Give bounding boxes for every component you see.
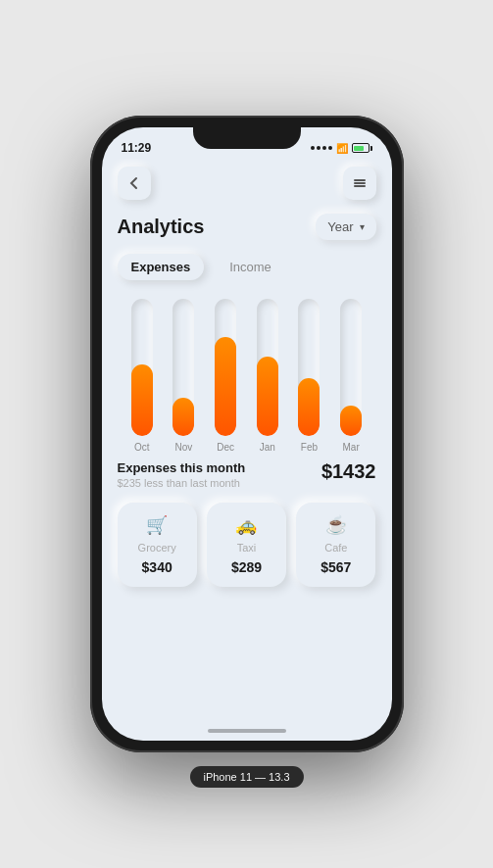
category-card-cafe[interactable]: ☕Cafe$567	[296, 503, 375, 587]
header-row: Analytics Year ▾	[118, 214, 376, 240]
status-icons: 📶	[311, 143, 372, 154]
category-cards: 🛒Grocery$340🚕Taxi$289☕Cafe$567	[118, 503, 376, 587]
phone-wrapper: 11:29 📶	[90, 116, 404, 752]
bar-label: Dec	[217, 442, 234, 453]
expenses-left: Expenses this month $235 less than last …	[118, 460, 246, 489]
bar-fill	[173, 398, 194, 436]
nav-row	[118, 167, 376, 200]
menu-button[interactable]	[343, 167, 376, 200]
tab-income[interactable]: Income	[216, 254, 285, 280]
bar-track	[257, 299, 278, 436]
bar-group-feb: Feb	[291, 299, 326, 453]
bar-track	[340, 299, 362, 436]
bar-label: Nov	[175, 442, 193, 453]
tabs-row: Expenses Income	[118, 254, 376, 280]
expenses-summary: Expenses this month $235 less than last …	[118, 460, 376, 489]
card-amount: $567	[320, 559, 351, 575]
category-card-taxi[interactable]: 🚕Taxi$289	[207, 503, 286, 587]
card-amount: $289	[231, 559, 262, 575]
expenses-title: Expenses this month	[118, 460, 246, 475]
signal-icon	[311, 146, 332, 150]
bar-fill	[340, 406, 362, 436]
home-bar	[208, 729, 286, 733]
bar-track	[215, 299, 236, 436]
battery-icon	[352, 143, 372, 153]
chevron-down-icon: ▾	[360, 221, 365, 232]
taxi-icon: 🚕	[235, 514, 257, 536]
bar-label: Mar	[342, 442, 359, 453]
bar-fill	[215, 337, 236, 436]
bar-group-nov: Nov	[166, 299, 201, 453]
bar-track	[298, 299, 320, 436]
bar-group-oct: Oct	[124, 299, 160, 453]
phone-label: iPhone 11 — 13.3	[189, 766, 303, 788]
bar-label: Jan	[260, 442, 275, 453]
bar-fill	[131, 364, 153, 436]
bar-track	[131, 299, 153, 436]
grocery-icon: 🛒	[146, 514, 168, 536]
bar-group-dec: Dec	[208, 299, 243, 453]
card-name: Grocery	[138, 542, 176, 554]
bar-fill	[298, 378, 320, 436]
notch	[193, 127, 301, 149]
bar-fill	[257, 357, 278, 436]
card-name: Taxi	[237, 542, 257, 554]
home-indicator	[102, 721, 392, 741]
phone-frame: 11:29 📶	[90, 116, 404, 752]
wifi-icon: 📶	[336, 143, 348, 154]
status-time: 11:29	[122, 141, 152, 155]
page-title: Analytics	[118, 216, 205, 238]
year-selector[interactable]: Year ▾	[316, 214, 375, 240]
chevron-left-icon	[127, 176, 141, 190]
year-label: Year	[327, 219, 353, 234]
card-amount: $340	[142, 559, 173, 575]
cafe-icon: ☕	[325, 514, 347, 536]
bar-label: Oct	[134, 442, 150, 453]
menu-icon	[353, 176, 367, 190]
category-card-grocery[interactable]: 🛒Grocery$340	[118, 503, 197, 587]
bar-track	[173, 299, 194, 436]
bar-group-mar: Mar	[333, 299, 369, 453]
main-content: Analytics Year ▾ Expenses Income	[102, 159, 392, 721]
phone-screen: 11:29 📶	[102, 127, 392, 741]
back-button[interactable]	[118, 167, 151, 200]
bar-chart: OctNovDecJanFebMar	[118, 296, 376, 453]
expenses-amount: $1432	[321, 460, 376, 483]
bar-label: Feb	[301, 442, 318, 453]
card-name: Cafe	[324, 542, 347, 554]
tab-expenses[interactable]: Expenses	[118, 254, 205, 280]
bar-group-jan: Jan	[250, 299, 285, 453]
expenses-subtitle: $235 less than last month	[118, 477, 246, 489]
